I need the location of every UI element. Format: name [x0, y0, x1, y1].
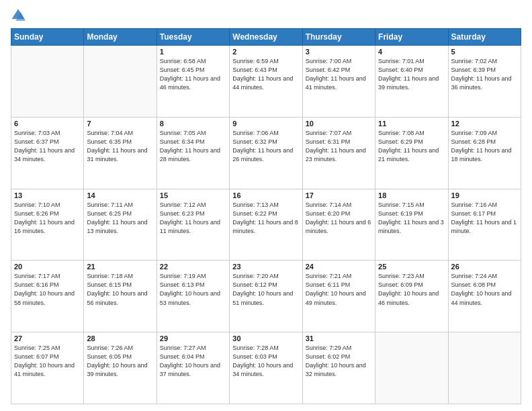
day-number: 19	[451, 191, 518, 199]
calendar-header-row: SundayMondayTuesdayWednesdayThursdayFrid…	[11, 29, 521, 46]
day-number: 23	[232, 263, 299, 271]
day-info: Sunrise: 7:03 AM Sunset: 6:37 PM Dayligh…	[14, 129, 81, 164]
calendar-cell: 21Sunrise: 7:18 AM Sunset: 6:15 PM Dayli…	[84, 261, 157, 332]
calendar-week-row: 20Sunrise: 7:17 AM Sunset: 6:16 PM Dayli…	[11, 261, 521, 332]
day-info: Sunrise: 7:25 AM Sunset: 6:07 PM Dayligh…	[14, 344, 81, 379]
calendar-cell	[84, 46, 157, 118]
calendar-cell: 12Sunrise: 7:09 AM Sunset: 6:28 PM Dayli…	[448, 117, 521, 189]
day-number: 15	[160, 191, 226, 199]
day-info: Sunrise: 7:28 AM Sunset: 6:03 PM Dayligh…	[232, 344, 299, 379]
day-info: Sunrise: 7:14 AM Sunset: 6:20 PM Dayligh…	[306, 201, 372, 236]
day-info: Sunrise: 7:06 AM Sunset: 6:32 PM Dayligh…	[232, 129, 299, 164]
calendar-cell	[448, 332, 521, 404]
calendar-cell: 1Sunrise: 6:58 AM Sunset: 6:45 PM Daylig…	[157, 46, 229, 118]
calendar-cell: 23Sunrise: 7:20 AM Sunset: 6:12 PM Dayli…	[230, 261, 302, 332]
calendar-week-row: 6Sunrise: 7:03 AM Sunset: 6:37 PM Daylig…	[11, 117, 521, 189]
calendar-cell: 25Sunrise: 7:23 AM Sunset: 6:09 PM Dayli…	[375, 261, 448, 332]
day-info: Sunrise: 7:00 AM Sunset: 6:42 PM Dayligh…	[306, 57, 372, 92]
day-number: 17	[306, 191, 372, 199]
day-info: Sunrise: 7:24 AM Sunset: 6:08 PM Dayligh…	[451, 272, 518, 307]
calendar-cell: 10Sunrise: 7:07 AM Sunset: 6:31 PM Dayli…	[302, 117, 375, 189]
day-number: 12	[451, 120, 518, 128]
day-info: Sunrise: 7:27 AM Sunset: 6:04 PM Dayligh…	[160, 344, 226, 379]
day-info: Sunrise: 7:11 AM Sunset: 6:25 PM Dayligh…	[87, 201, 153, 236]
calendar-cell: 26Sunrise: 7:24 AM Sunset: 6:08 PM Dayli…	[448, 261, 521, 332]
page: SundayMondayTuesdayWednesdayThursdayFrid…	[0, 0, 532, 411]
calendar-cell: 9Sunrise: 7:06 AM Sunset: 6:32 PM Daylig…	[230, 117, 302, 189]
day-number: 3	[306, 48, 372, 56]
day-info: Sunrise: 7:29 AM Sunset: 6:02 PM Dayligh…	[306, 344, 372, 379]
calendar-cell: 27Sunrise: 7:25 AM Sunset: 6:07 PM Dayli…	[11, 332, 84, 404]
calendar-cell: 7Sunrise: 7:04 AM Sunset: 6:35 PM Daylig…	[84, 117, 157, 189]
day-info: Sunrise: 6:59 AM Sunset: 6:43 PM Dayligh…	[232, 57, 299, 92]
calendar-week-row: 1Sunrise: 6:58 AM Sunset: 6:45 PM Daylig…	[11, 46, 521, 118]
calendar-week-row: 13Sunrise: 7:10 AM Sunset: 6:26 PM Dayli…	[11, 189, 521, 261]
calendar-table: SundayMondayTuesdayWednesdayThursdayFrid…	[11, 28, 521, 404]
day-number: 31	[306, 334, 372, 342]
day-info: Sunrise: 7:15 AM Sunset: 6:19 PM Dayligh…	[378, 201, 445, 236]
calendar-week-row: 27Sunrise: 7:25 AM Sunset: 6:07 PM Dayli…	[11, 332, 521, 404]
day-number: 27	[14, 334, 81, 342]
calendar-day-header: Wednesday	[230, 29, 302, 46]
calendar-cell: 6Sunrise: 7:03 AM Sunset: 6:37 PM Daylig…	[11, 117, 84, 189]
calendar-day-header: Saturday	[448, 29, 521, 46]
day-number: 22	[160, 263, 226, 271]
day-info: Sunrise: 7:18 AM Sunset: 6:15 PM Dayligh…	[87, 272, 153, 307]
day-info: Sunrise: 7:04 AM Sunset: 6:35 PM Dayligh…	[87, 129, 153, 164]
calendar-cell: 15Sunrise: 7:12 AM Sunset: 6:23 PM Dayli…	[157, 189, 229, 261]
calendar-cell: 2Sunrise: 6:59 AM Sunset: 6:43 PM Daylig…	[230, 46, 302, 118]
calendar-cell: 28Sunrise: 7:26 AM Sunset: 6:05 PM Dayli…	[84, 332, 157, 404]
day-info: Sunrise: 7:08 AM Sunset: 6:29 PM Dayligh…	[378, 129, 445, 164]
day-info: Sunrise: 7:19 AM Sunset: 6:13 PM Dayligh…	[160, 272, 226, 307]
day-info: Sunrise: 7:12 AM Sunset: 6:23 PM Dayligh…	[160, 201, 226, 236]
calendar-cell: 14Sunrise: 7:11 AM Sunset: 6:25 PM Dayli…	[84, 189, 157, 261]
calendar-cell: 19Sunrise: 7:16 AM Sunset: 6:17 PM Dayli…	[448, 189, 521, 261]
calendar-cell	[11, 46, 84, 118]
calendar-cell: 5Sunrise: 7:02 AM Sunset: 6:39 PM Daylig…	[448, 46, 521, 118]
day-number: 2	[232, 48, 299, 56]
day-info: Sunrise: 7:26 AM Sunset: 6:05 PM Dayligh…	[87, 344, 153, 379]
logo-icon	[11, 8, 26, 23]
header	[11, 8, 521, 23]
calendar-cell: 30Sunrise: 7:28 AM Sunset: 6:03 PM Dayli…	[230, 332, 302, 404]
calendar-day-header: Thursday	[302, 29, 375, 46]
day-number: 4	[378, 48, 445, 56]
day-number: 26	[451, 263, 518, 271]
calendar-cell: 16Sunrise: 7:13 AM Sunset: 6:22 PM Dayli…	[230, 189, 302, 261]
calendar-day-header: Monday	[84, 29, 157, 46]
calendar-cell: 24Sunrise: 7:21 AM Sunset: 6:11 PM Dayli…	[302, 261, 375, 332]
day-number: 16	[232, 191, 299, 199]
day-info: Sunrise: 6:58 AM Sunset: 6:45 PM Dayligh…	[160, 57, 226, 92]
day-number: 13	[14, 191, 81, 199]
calendar-cell	[375, 332, 448, 404]
day-number: 6	[14, 120, 81, 128]
day-number: 5	[451, 48, 518, 56]
calendar-cell: 13Sunrise: 7:10 AM Sunset: 6:26 PM Dayli…	[11, 189, 84, 261]
calendar-day-header: Tuesday	[157, 29, 229, 46]
day-number: 18	[378, 191, 445, 199]
day-info: Sunrise: 7:07 AM Sunset: 6:31 PM Dayligh…	[306, 129, 372, 164]
day-number: 11	[378, 120, 445, 128]
day-number: 1	[160, 48, 226, 56]
calendar-cell: 20Sunrise: 7:17 AM Sunset: 6:16 PM Dayli…	[11, 261, 84, 332]
calendar-cell: 31Sunrise: 7:29 AM Sunset: 6:02 PM Dayli…	[302, 332, 375, 404]
day-info: Sunrise: 7:10 AM Sunset: 6:26 PM Dayligh…	[14, 201, 81, 236]
day-number: 28	[87, 334, 153, 342]
day-info: Sunrise: 7:05 AM Sunset: 6:34 PM Dayligh…	[160, 129, 226, 164]
day-number: 7	[87, 120, 153, 128]
day-number: 24	[306, 263, 372, 271]
day-number: 14	[87, 191, 153, 199]
logo	[11, 8, 28, 23]
calendar-cell: 3Sunrise: 7:00 AM Sunset: 6:42 PM Daylig…	[302, 46, 375, 118]
day-number: 30	[232, 334, 299, 342]
day-info: Sunrise: 7:21 AM Sunset: 6:11 PM Dayligh…	[306, 272, 372, 307]
day-number: 25	[378, 263, 445, 271]
day-number: 10	[306, 120, 372, 128]
calendar-cell: 18Sunrise: 7:15 AM Sunset: 6:19 PM Dayli…	[375, 189, 448, 261]
day-number: 21	[87, 263, 153, 271]
day-info: Sunrise: 7:23 AM Sunset: 6:09 PM Dayligh…	[378, 272, 445, 307]
day-info: Sunrise: 7:02 AM Sunset: 6:39 PM Dayligh…	[451, 57, 518, 92]
calendar-cell: 4Sunrise: 7:01 AM Sunset: 6:40 PM Daylig…	[375, 46, 448, 118]
day-info: Sunrise: 7:17 AM Sunset: 6:16 PM Dayligh…	[14, 272, 81, 307]
day-info: Sunrise: 7:20 AM Sunset: 6:12 PM Dayligh…	[232, 272, 299, 307]
